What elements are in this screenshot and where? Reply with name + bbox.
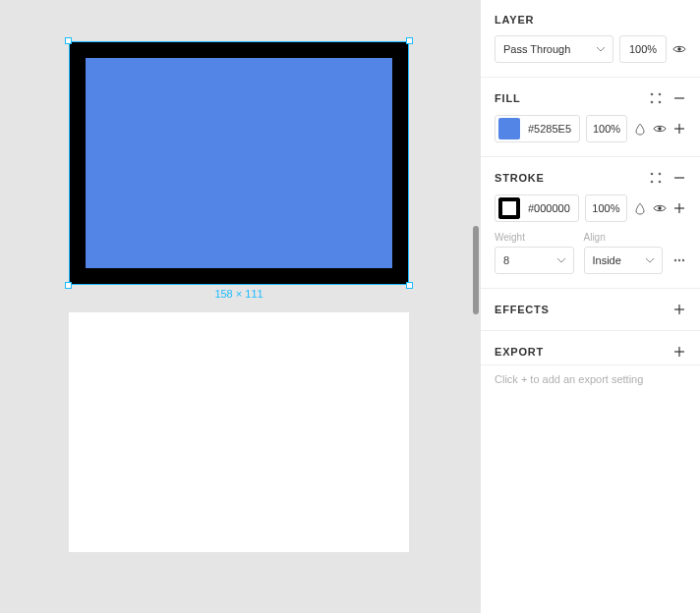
svg-point-18 [678, 259, 680, 261]
fill-bucket-icon[interactable] [633, 122, 647, 136]
canvas-scrollbar[interactable] [473, 226, 479, 314]
layer-title: LAYER [495, 14, 534, 26]
chevron-down-icon [557, 256, 565, 264]
stroke-hex-value: #000000 [528, 202, 570, 214]
stroke-color-input[interactable]: #000000 [495, 195, 579, 222]
stroke-visibility-icon[interactable] [653, 201, 667, 215]
fill-swatch [498, 118, 520, 139]
fill-section: FILL #5285E5 100% [481, 78, 700, 157]
svg-point-4 [659, 101, 662, 104]
effects-title: EFFECTS [495, 304, 550, 315]
stroke-weight-input[interactable]: 8 [495, 247, 574, 274]
properties-panel: LAYER Pass Through 100% FILL [480, 0, 700, 613]
stroke-swatch [498, 197, 520, 219]
blend-mode-value: Pass Through [503, 43, 570, 55]
stroke-remove-icon[interactable] [672, 171, 686, 185]
svg-point-10 [659, 173, 662, 176]
svg-point-9 [651, 173, 654, 176]
export-add-icon[interactable] [672, 345, 686, 359]
layer-section: LAYER Pass Through 100% [481, 0, 700, 78]
fill-remove-icon[interactable] [672, 91, 686, 105]
svg-point-19 [682, 259, 684, 261]
resize-handle-top-right[interactable] [406, 37, 413, 44]
svg-point-14 [658, 206, 662, 210]
stroke-bucket-icon[interactable] [633, 201, 647, 215]
stroke-opacity-input[interactable]: 100% [585, 195, 627, 222]
fill-visibility-icon[interactable] [653, 122, 667, 136]
effects-section: EFFECTS [481, 289, 700, 331]
resize-handle-top-left[interactable] [65, 37, 72, 44]
export-hint: Click + to add an export setting [481, 365, 700, 399]
svg-point-3 [651, 101, 654, 104]
fill-hex-value: #5285E5 [528, 123, 571, 135]
stroke-title: STROKE [495, 172, 545, 184]
svg-point-2 [659, 93, 662, 96]
stroke-align-select[interactable]: Inside [584, 247, 664, 274]
canvas-area[interactable]: 158 × 111 [0, 0, 480, 613]
unselected-frame[interactable] [69, 312, 409, 552]
stroke-styles-icon[interactable] [649, 171, 663, 185]
stroke-more-icon[interactable] [672, 253, 686, 267]
selected-shape[interactable]: 158 × 111 [69, 41, 409, 285]
blend-mode-select[interactable]: Pass Through [495, 35, 613, 63]
stroke-section: STROKE #000000 100% [481, 157, 700, 289]
fill-opacity-input[interactable]: 100% [586, 115, 627, 142]
fill-color-input[interactable]: #5285E5 [495, 115, 580, 142]
export-section: EXPORT [481, 331, 700, 365]
svg-point-17 [674, 259, 676, 261]
fill-add-icon[interactable] [672, 122, 686, 136]
chevron-down-icon [646, 256, 654, 264]
layer-opacity-input[interactable]: 100% [619, 35, 667, 63]
shape-fill [86, 58, 392, 268]
svg-point-12 [659, 181, 662, 184]
stroke-add-icon[interactable] [672, 201, 686, 215]
fill-styles-icon[interactable] [649, 91, 663, 105]
selection-dimensions: 158 × 111 [69, 288, 409, 300]
svg-point-6 [658, 127, 662, 131]
svg-point-0 [677, 47, 681, 51]
effects-add-icon[interactable] [672, 303, 686, 316]
layer-visibility-icon[interactable] [672, 42, 686, 56]
fill-title: FILL [495, 92, 520, 104]
chevron-down-icon [597, 45, 605, 53]
stroke-align-label: Align [584, 232, 664, 243]
svg-point-1 [651, 93, 654, 96]
stroke-weight-label: Weight [495, 232, 574, 243]
export-title: EXPORT [495, 346, 544, 358]
svg-point-11 [651, 181, 654, 184]
